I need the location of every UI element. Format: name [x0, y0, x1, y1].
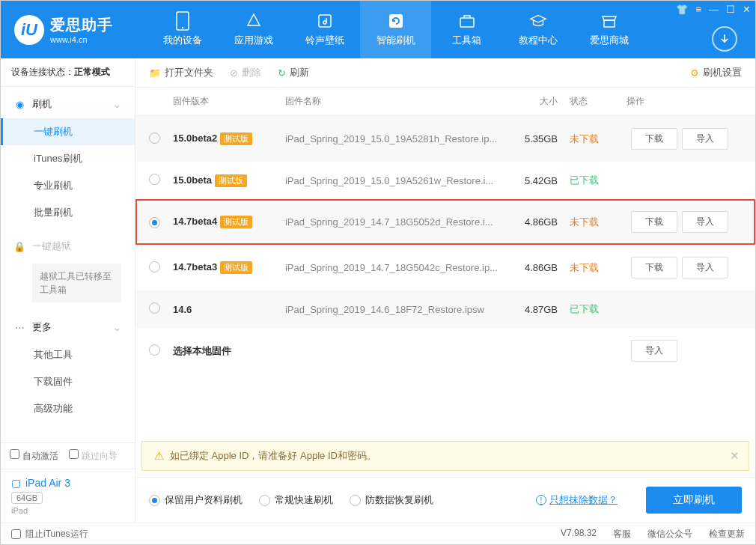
footer: 阻止iTunes运行 V7.98.32 客服 微信公众号 检查更新	[1, 523, 755, 544]
open-folder-button[interactable]: 📁 打开文件夹	[149, 66, 213, 79]
download-button[interactable]: 下载	[631, 128, 677, 150]
row-radio[interactable]	[149, 344, 160, 356]
delete-icon: ⊘	[230, 67, 238, 79]
app-name: 爱思助手	[50, 15, 113, 35]
main-nav: 我的设备 应用游戏 铃声壁纸 智能刷机 工具箱 教程中心 爱思商城	[147, 1, 644, 58]
wechat-link[interactable]: 微信公众号	[647, 528, 692, 541]
svg-rect-6	[604, 20, 615, 27]
graduation-icon	[529, 12, 547, 30]
flash-opt-secure[interactable]: 防数据恢复刷机	[350, 493, 433, 507]
menu-icon[interactable]: ≡	[695, 4, 701, 15]
flash-now-button[interactable]: 立即刷机	[646, 487, 742, 514]
row-radio[interactable]	[149, 261, 160, 272]
svg-point-1	[181, 27, 183, 28]
close-icon[interactable]: ✕	[743, 4, 751, 15]
block-itunes-checkbox[interactable]: 阻止iTunes运行	[11, 528, 88, 541]
toolbar: 📁 打开文件夹 ⊘ 删除 ↻ 刷新 ⚙ 刷机设置	[135, 58, 755, 88]
warn-icon: ⚠	[154, 449, 164, 463]
flash-opt-fast[interactable]: 常规快速刷机	[259, 493, 333, 507]
nav-apps[interactable]: 应用游戏	[218, 1, 289, 58]
svg-rect-5	[460, 18, 474, 27]
flash-opt-keep[interactable]: 保留用户资料刷机	[149, 493, 243, 507]
more-icon: ⋯	[14, 322, 25, 333]
sidebar-flash-head[interactable]: ◉ 刷机 ⌄	[1, 90, 135, 118]
import-button[interactable]: 导入	[682, 257, 728, 278]
erase-link[interactable]: !只想抹除数据？	[536, 493, 618, 507]
refresh-icon: ↻	[278, 67, 286, 79]
download-button[interactable]: 下载	[631, 211, 677, 233]
nav-tutorials[interactable]: 教程中心	[502, 1, 573, 58]
minimize-icon[interactable]: —	[709, 4, 719, 15]
phone-icon	[174, 12, 192, 30]
sidebar-item-advanced[interactable]: 高级功能	[1, 395, 135, 422]
import-button[interactable]: 导入	[631, 340, 677, 362]
download-button[interactable]	[712, 26, 737, 52]
sidebar-item-batch[interactable]: 批量刷机	[1, 199, 135, 226]
jailbreak-note: 越狱工具已转移至工具箱	[32, 264, 121, 302]
music-icon	[316, 12, 334, 30]
download-button[interactable]: 下载	[631, 257, 677, 278]
table-row[interactable]: 选择本地固件导入	[135, 328, 755, 374]
table-row[interactable]: 15.0beta测试版iPad_Spring_2019_15.0_19A5261…	[135, 162, 755, 199]
svg-point-3	[323, 21, 326, 24]
logo[interactable]: iU 爱思助手 www.i4.cn	[1, 15, 147, 45]
sidebar-item-oneclick[interactable]: 一键刷机	[1, 118, 135, 145]
row-radio[interactable]	[149, 174, 160, 185]
tshirt-icon[interactable]: 👕	[676, 4, 688, 15]
service-link[interactable]: 客服	[613, 528, 631, 541]
warning-bar: ⚠ 如已绑定 Apple ID，请准备好 Apple ID和密码。 ✕	[141, 441, 749, 471]
svg-rect-4	[389, 14, 403, 28]
row-radio[interactable]	[149, 302, 160, 314]
table-header: 固件版本 固件名称 大小 状态 操作	[135, 88, 755, 116]
logo-icon: iU	[14, 15, 44, 45]
sidebar-item-download[interactable]: 下载固件	[1, 368, 135, 395]
storage-badge: 64GB	[11, 492, 43, 504]
chevron-down-icon: ⌄	[113, 322, 121, 333]
tablet-icon: ▢	[11, 477, 21, 489]
refresh-icon	[387, 12, 405, 30]
folder-icon: 📁	[149, 67, 161, 79]
toolbox-icon	[458, 12, 476, 30]
sidebar-more-head[interactable]: ⋯ 更多 ⌄	[1, 313, 135, 341]
delete-button[interactable]: ⊘ 删除	[230, 66, 261, 79]
sidebar: 设备连接状态：正常模式 ◉ 刷机 ⌄ 一键刷机 iTunes刷机 专业刷机 批量…	[1, 58, 135, 523]
table-row[interactable]: 14.7beta4测试版iPad_Spring_2019_14.7_18G505…	[135, 199, 755, 245]
connection-status: 设备连接状态：正常模式	[1, 58, 135, 87]
app-header: iU 爱思助手 www.i4.cn 我的设备 应用游戏 铃声壁纸 智能刷机 工具…	[1, 1, 755, 58]
sidebar-item-itunes[interactable]: iTunes刷机	[1, 145, 135, 172]
sidebar-jailbreak-head: 🔒 一键越狱	[1, 232, 135, 261]
firmware-list: 15.0beta2测试版iPad_Spring_2019_15.0_19A528…	[135, 116, 755, 374]
chevron-down-icon: ⌄	[113, 99, 121, 110]
gear-icon: ⚙	[690, 67, 699, 79]
row-radio[interactable]	[149, 217, 160, 228]
nav-toolbox[interactable]: 工具箱	[431, 1, 502, 58]
version-label: V7.98.32	[561, 528, 597, 541]
action-bar: 保留用户资料刷机 常规快速刷机 防数据恢复刷机 !只想抹除数据？ 立即刷机	[135, 477, 755, 523]
flash-icon: ◉	[14, 99, 25, 110]
table-row[interactable]: 15.0beta2测试版iPad_Spring_2019_15.0_19A528…	[135, 116, 755, 162]
refresh-button[interactable]: ↻ 刷新	[278, 66, 309, 79]
sidebar-item-pro[interactable]: 专业刷机	[1, 172, 135, 199]
table-row[interactable]: 14.7beta3测试版iPad_Spring_2019_14.7_18G504…	[135, 245, 755, 290]
skip-guide-checkbox[interactable]: 跳过向导	[69, 449, 118, 463]
update-link[interactable]: 检查更新	[709, 528, 745, 541]
table-row[interactable]: 14.6iPad_Spring_2019_14.6_18F72_Restore.…	[135, 290, 755, 328]
import-button[interactable]: 导入	[682, 211, 728, 233]
import-button[interactable]: 导入	[682, 128, 728, 150]
nav-store[interactable]: 爱思商城	[573, 1, 644, 58]
settings-button[interactable]: ⚙ 刷机设置	[690, 66, 742, 79]
auto-activate-checkbox[interactable]: 自动激活	[10, 449, 58, 463]
close-warning-button[interactable]: ✕	[730, 449, 740, 463]
sidebar-item-tools[interactable]: 其他工具	[1, 341, 135, 368]
main-panel: 📁 打开文件夹 ⊘ 删除 ↻ 刷新 ⚙ 刷机设置 固件版本 固件名称 大小 状态…	[135, 58, 755, 523]
window-controls: 👕 ≡ — ☐ ✕	[676, 4, 751, 15]
nav-ringtones[interactable]: 铃声壁纸	[289, 1, 360, 58]
lock-icon: 🔒	[14, 241, 25, 252]
nav-my-device[interactable]: 我的设备	[147, 1, 218, 58]
store-icon	[600, 12, 618, 30]
apps-icon	[245, 12, 263, 30]
maximize-icon[interactable]: ☐	[726, 4, 735, 15]
nav-flash[interactable]: 智能刷机	[360, 1, 431, 58]
row-radio[interactable]	[149, 133, 160, 144]
device-info[interactable]: ▢ iPad Air 3 64GB iPad	[1, 469, 135, 523]
